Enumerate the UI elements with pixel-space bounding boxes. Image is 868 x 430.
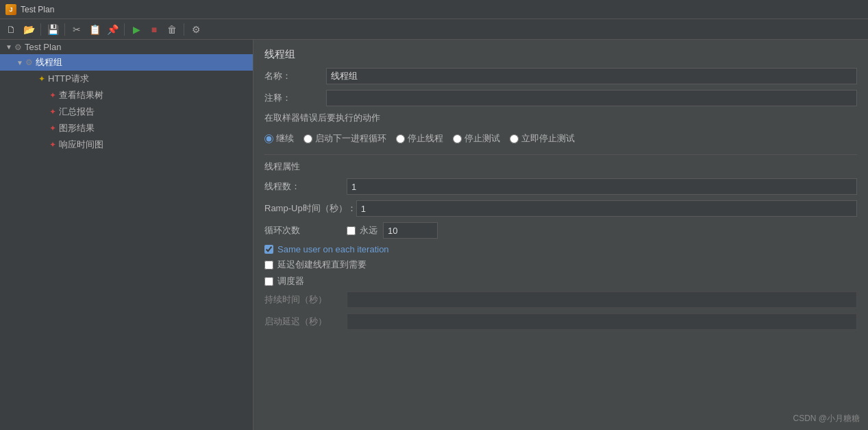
thread-properties-section: 线程属性 线程数： Ramp-Up时间（秒）： 循环次数 永远 — [264, 154, 857, 330]
tree-item-label: 响应时间图 — [59, 139, 103, 151]
sidebar-item-response-time[interactable]: ✦响应时间图 — [0, 136, 253, 153]
sidebar-item-summary-report[interactable]: ✦汇总报告 — [0, 104, 253, 120]
section-title: 线程组 — [264, 48, 857, 61]
clear-button[interactable]: 🗑 — [164, 21, 180, 38]
radio-start-next[interactable] — [303, 134, 312, 143]
error-action-section: 在取样器错误后要执行的动作 继续 启动下一进程循环 停止线程 停止测试 — [264, 112, 857, 149]
radio-stop-now[interactable] — [510, 134, 519, 143]
thread-count-row: 线程数： — [264, 178, 857, 195]
delay-create-item[interactable]: 延迟创建线程直到需要 — [264, 259, 857, 271]
error-action-stop-now[interactable]: 立即停止测试 — [510, 132, 575, 145]
delay-create-label: 延迟创建线程直到需要 — [277, 259, 367, 271]
loop-forever-item[interactable]: 永远 — [347, 224, 377, 237]
error-action-radio-group: 继续 启动下一进程循环 停止线程 停止测试 立即停止测试 — [264, 128, 857, 149]
main-layout: ▼⚙Test Plan▼⚙线程组✦HTTP请求✦查看结果树✦汇总报告✦图形结果✦… — [0, 40, 868, 430]
delay-create-row: 延迟创建线程直到需要 — [264, 259, 857, 271]
watermark: CSDN @小月糖糖 — [793, 413, 860, 425]
thread-count-label: 线程数： — [264, 180, 347, 193]
paste-button[interactable]: 📌 — [104, 21, 121, 38]
comment-input[interactable] — [326, 90, 857, 106]
scheduler-checkbox[interactable] — [264, 277, 273, 286]
sidebar-resizer[interactable] — [865, 40, 868, 430]
error-action-label: 在取样器错误后要执行的动作 — [264, 112, 857, 124]
thread-count-input[interactable] — [347, 178, 857, 195]
toolbar: 🗋 📂 💾 ✂ 📋 📌 ▶ ■ 🗑 ⚙ — [0, 19, 868, 40]
radio-continue[interactable] — [264, 134, 273, 143]
error-action-stop-thread[interactable]: 停止线程 — [396, 132, 443, 145]
title-bar-text: Test Plan — [21, 5, 54, 14]
comment-label: 注释： — [264, 92, 326, 104]
expand-triangle: ▼ — [5, 43, 12, 51]
tree-item-icon: ✦ — [38, 74, 45, 84]
radio-stop-now-label: 立即停止测试 — [521, 132, 575, 145]
sidebar-item-view-results[interactable]: ✦查看结果树 — [0, 87, 253, 104]
tree-item-label: Test Plan — [25, 42, 61, 52]
open-button[interactable]: 📂 — [21, 21, 37, 38]
toolbar-sep-3 — [124, 23, 125, 36]
tree-item-icon: ✦ — [49, 107, 56, 117]
start-delay-row: 启动延迟（秒） — [264, 313, 857, 330]
toolbar-sep-2 — [64, 23, 65, 36]
save-button[interactable]: 💾 — [45, 21, 61, 38]
tree-item-icon: ⚙ — [14, 43, 22, 52]
start-delay-label: 启动延迟（秒） — [264, 315, 347, 328]
toolbar-sep-4 — [184, 23, 184, 36]
tree-item-icon: ✦ — [49, 91, 56, 100]
cut-button[interactable]: ✂ — [69, 21, 85, 38]
expand-triangle: ▼ — [16, 59, 23, 67]
start-delay-input[interactable] — [347, 313, 857, 330]
loop-count-label: 循环次数 — [264, 224, 347, 237]
error-action-continue[interactable]: 继续 — [264, 132, 294, 145]
ramp-up-row: Ramp-Up时间（秒）： — [264, 200, 857, 217]
loop-forever-label: 永远 — [360, 224, 377, 237]
error-action-start-next[interactable]: 启动下一进程循环 — [303, 132, 386, 145]
title-bar: J Test Plan — [0, 0, 868, 19]
tree-item-icon: ⚙ — [25, 58, 33, 67]
name-input[interactable] — [326, 68, 857, 84]
app-icon: J — [5, 4, 16, 15]
scheduler-item[interactable]: 调度器 — [264, 275, 857, 287]
radio-stop-thread[interactable] — [396, 134, 405, 143]
same-user-checkbox[interactable] — [264, 245, 273, 254]
stop-button[interactable]: ■ — [146, 21, 162, 38]
name-row: 名称： — [264, 68, 857, 84]
content-area: 线程组 名称： 注释： 在取样器错误后要执行的动作 继续 启动下一进程循环 — [253, 40, 868, 430]
loop-forever-checkbox[interactable] — [347, 226, 356, 235]
loop-count-row: 循环次数 永远 — [264, 222, 857, 239]
settings-button[interactable]: ⚙ — [188, 21, 204, 38]
loop-count-input[interactable] — [383, 222, 438, 239]
sidebar-item-test-plan[interactable]: ▼⚙Test Plan — [0, 40, 253, 54]
scheduler-label: 调度器 — [277, 275, 304, 287]
same-user-item[interactable]: Same user on each iteration — [264, 244, 857, 254]
tree-item-label: 图形结果 — [59, 122, 95, 134]
tree-item-label: HTTP请求 — [48, 73, 89, 85]
radio-continue-label: 继续 — [276, 132, 294, 145]
tree-item-label: 线程组 — [36, 56, 62, 69]
radio-start-next-label: 启动下一进程循环 — [315, 132, 386, 145]
delay-create-checkbox[interactable] — [264, 261, 273, 270]
name-label: 名称： — [264, 70, 326, 82]
radio-stop-test[interactable] — [453, 134, 462, 143]
radio-stop-test-label: 停止测试 — [464, 132, 500, 145]
copy-button[interactable]: 📋 — [86, 21, 103, 38]
tree-item-label: 汇总报告 — [59, 106, 95, 118]
sidebar-tree: ▼⚙Test Plan▼⚙线程组✦HTTP请求✦查看结果树✦汇总报告✦图形结果✦… — [0, 40, 253, 153]
same-user-row: Same user on each iteration — [264, 244, 857, 254]
error-action-stop-test[interactable]: 停止测试 — [453, 132, 500, 145]
same-user-label: Same user on each iteration — [277, 244, 389, 254]
thread-props-label: 线程属性 — [264, 160, 857, 173]
new-button[interactable]: 🗋 — [3, 21, 19, 38]
comment-row: 注释： — [264, 90, 857, 106]
radio-stop-thread-label: 停止线程 — [408, 132, 443, 145]
sidebar-item-thread-group[interactable]: ▼⚙线程组 — [0, 54, 253, 71]
tree-item-icon: ✦ — [49, 140, 56, 150]
duration-row: 持续时间（秒） — [264, 291, 857, 308]
sidebar-item-http-request[interactable]: ✦HTTP请求 — [0, 71, 253, 87]
toolbar-sep-1 — [40, 23, 41, 36]
tree-item-icon: ✦ — [49, 123, 56, 133]
ramp-up-label: Ramp-Up时间（秒）： — [264, 202, 356, 215]
duration-input[interactable] — [347, 291, 857, 308]
ramp-up-input[interactable] — [356, 200, 857, 217]
sidebar-item-graph-results[interactable]: ✦图形结果 — [0, 120, 253, 136]
run-button[interactable]: ▶ — [128, 21, 145, 38]
